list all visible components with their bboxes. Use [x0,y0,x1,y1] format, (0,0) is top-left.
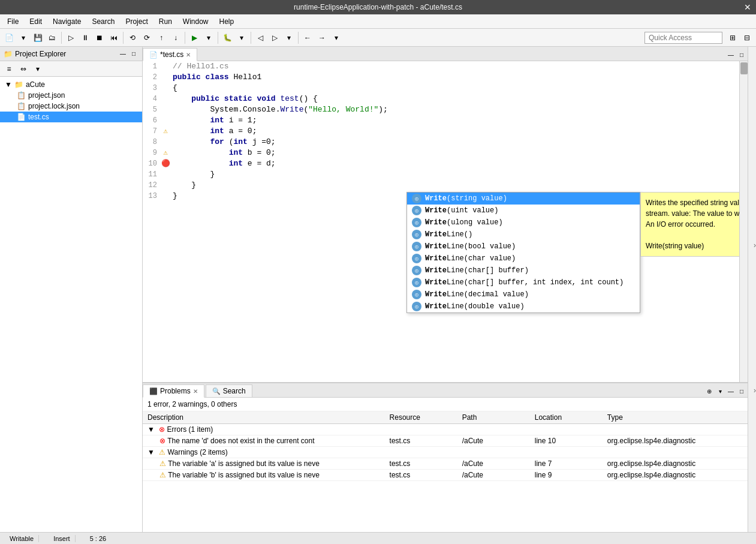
bottom-tab-search[interactable]: 🔍 Search [206,384,252,397]
stop-button[interactable]: ⏹ [93,31,106,44]
forward-button[interactable]: → [315,31,329,44]
editor-tabs: 📄 *test.cs ✕ — □ [143,47,748,61]
status-bar: Writable Insert 5 : 26 [0,532,756,544]
ac-icon-8: ◎ [412,290,421,299]
gutter-1 [161,61,170,72]
back-button[interactable]: ← [301,31,314,44]
main-layout: 📁 Project Explorer — □ ≡ ⇔ ▾ ▼ 📁 aCute 📋 [0,47,756,532]
pe-minimize-button[interactable]: — [118,49,128,59]
menu-file[interactable]: File [2,16,23,27]
next-dropdown-button[interactable]: ▾ [282,31,296,44]
new-button[interactable]: 📄 [2,31,16,44]
tree-label-acute: aCute [26,80,45,89]
problems-tab-close[interactable]: ✕ [193,388,198,395]
open-view-button[interactable]: ⊟ [740,31,754,44]
run-dropdown-button[interactable]: ▾ [202,31,215,44]
debug-dropdown-button[interactable]: ▾ [235,31,248,44]
code-lines: 1 // Hello1.cs 2 public class Hello1 [143,61,739,202]
next-button[interactable]: ▷ [268,31,281,44]
problems-table: Description Resource Path Location Type … [143,411,748,481]
pe-collapse-all-button[interactable]: ≡ [2,62,16,76]
ac-text-3: WriteLine() [425,230,472,239]
ac-item-1[interactable]: ◎ Write(uint value) [407,205,640,217]
bottom-tab-problems[interactable]: ⬛ Problems ✕ [143,384,204,398]
tree-item-project-json[interactable]: 📋 project.json [0,90,142,101]
editor-tab-close-button[interactable]: ✕ [186,52,191,58]
ac-item-9[interactable]: ◎ WriteLine(double value) [407,300,640,312]
save-button[interactable]: 💾 [31,31,44,44]
menu-navigate[interactable]: Navigate [48,16,86,27]
menu-project[interactable]: Project [121,16,152,27]
ac-item-8[interactable]: ◎ WriteLine(decimal value) [407,288,640,300]
ac-icon-1: ◎ [412,206,421,215]
status-mode: Insert [49,535,76,542]
ac-item-5[interactable]: ◎ WriteLine(char value) [407,253,640,265]
editor-area: 📄 *test.cs ✕ — □ 1 / [143,47,748,382]
save-all-button[interactable]: 🗂 [46,31,59,44]
menu-help[interactable]: Help [215,16,239,27]
window-close-button[interactable]: ✕ [744,2,751,12]
errors-section-header[interactable]: ▼ ⊗ Errors (1 item) [143,424,748,435]
menu-run[interactable]: Run [154,16,177,27]
ac-icon-9: ◎ [412,302,421,311]
code-editor[interactable]: 1 // Hello1.cs 2 public class Hello1 [143,61,739,382]
bottom-minimize-button[interactable]: — [726,386,736,396]
editor-maximize-button[interactable]: □ [737,50,746,59]
editor-scrollbar[interactable] [739,61,748,382]
tree-item-project-lock-json[interactable]: 📋 project.lock.json [0,101,142,112]
prev-annotation-button[interactable]: ↑ [155,31,168,44]
code-line-11: 11 } [143,169,739,180]
ac-item-7[interactable]: ◎ WriteLine(char[] buffer, int index, in… [407,276,640,288]
code-line-7: 7 ⚠ int a = 0; [143,126,739,137]
open-perspective-button[interactable]: ⊞ [726,31,739,44]
ac-item-3[interactable]: ◎ WriteLine() [407,229,640,241]
bottom-maximize-button[interactable]: □ [737,386,746,396]
run-last-button[interactable]: ▷ [64,31,77,44]
right-panel-expand-button-2[interactable]: › [754,386,756,395]
prev-edit-button[interactable]: ⟲ [126,31,139,44]
problems-filter-button[interactable]: ⊕ [704,386,714,396]
warning-desc-0: The variable 'a' is assigned but its val… [168,459,320,468]
scrollbar-thumb[interactable] [740,62,748,74]
problems-viewmenu-button[interactable]: ▾ [715,386,725,396]
pe-link-editor-button[interactable]: ⇔ [17,62,30,76]
editor-minimize-button[interactable]: — [726,50,736,59]
gutter-10: 🔴 [161,158,170,169]
warning-row-1: ⚠ The variable 'b' is assigned but its v… [143,470,748,481]
ac-item-0[interactable]: ◎ Write(string value) [407,193,640,205]
errors-section-label: Errors (1 item) [167,425,213,434]
warning-type-1: org.eclipse.lsp4e.diagnostic [603,470,748,481]
ac-item-2[interactable]: ◎ Write(ulong value) [407,217,640,229]
forward-dropdown-button[interactable]: ▾ [330,31,343,44]
error-row-0: ⊗ The name 'd' does not exist in the cur… [143,435,748,447]
pause-button[interactable]: ⏸ [79,31,92,44]
toolbar-sep-3 [185,32,185,44]
status-writable: Writable [5,535,39,542]
quick-access-input[interactable] [644,32,722,44]
disconnect-button[interactable]: ⏮ [107,31,121,44]
pe-view-menu-button[interactable]: ▾ [31,62,44,76]
ac-item-6[interactable]: ◎ WriteLine(char[] buffer) [407,265,640,276]
ac-icon-2: ◎ [412,218,421,227]
project-explorer-title: 📁 Project Explorer [4,50,66,58]
run-button[interactable]: ▶ [188,31,201,44]
warnings-section-header[interactable]: ▼ ⚠ Warnings (2 items) [143,447,748,458]
warning-row-0: ⚠ The variable 'a' is assigned but its v… [143,458,748,470]
tree-item-test-cs[interactable]: 📄 test.cs [0,112,142,122]
menu-window[interactable]: Window [178,16,213,27]
next-edit-button[interactable]: ⟳ [140,31,153,44]
editor-tab-test-cs[interactable]: 📄 *test.cs ✕ [143,48,197,61]
menu-search[interactable]: Search [87,16,119,27]
pe-maximize-button[interactable]: □ [129,49,138,59]
menu-edit[interactable]: Edit [25,16,47,27]
prev-button[interactable]: ◁ [254,31,267,44]
gutter-3 [161,83,170,94]
next-annotation-button[interactable]: ↓ [169,31,182,44]
right-panel-expand-button[interactable]: › [754,241,756,250]
new-dropdown-button[interactable]: ▾ [17,31,30,44]
debug-button[interactable]: 🐛 [221,31,234,44]
error-resource-0: test.cs [385,435,457,447]
col-location: Location [530,411,603,424]
tree-item-acute[interactable]: ▼ 📁 aCute [0,79,142,90]
ac-item-4[interactable]: ◎ WriteLine(bool value) [407,241,640,253]
